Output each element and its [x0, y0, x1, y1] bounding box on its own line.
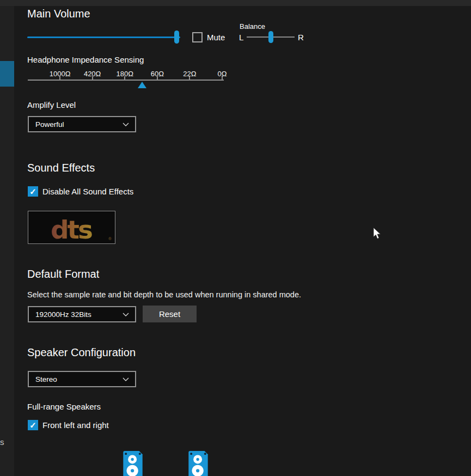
impedance-tick-label: 60Ω: [151, 70, 164, 78]
volume-track[interactable]: [27, 36, 180, 38]
reset-button[interactable]: Reset: [143, 306, 197, 322]
balance-thumb[interactable]: [268, 31, 273, 43]
balance-label: Balance: [240, 22, 265, 30]
registered-trademark-icon: ®: [108, 236, 112, 241]
titlebar-strip: [0, 0, 471, 6]
balance-right-label: R: [298, 33, 304, 42]
impedance-tick-label: 22Ω: [183, 70, 196, 78]
sidebar: [0, 6, 14, 476]
dts-logo-text: dts: [51, 217, 93, 243]
speaker-configuration-title: Speaker Configuration: [27, 346, 136, 359]
impedance-scale: 1000Ω420Ω180Ω60Ω22Ω0Ω: [28, 70, 224, 90]
amplify-level-dropdown[interactable]: Powerful: [28, 116, 136, 132]
default-format-title: Default Format: [27, 268, 99, 280]
front-left-right-checkbox[interactable]: ✓: [28, 420, 38, 430]
amplify-level-label: Amplify Level: [27, 100, 76, 109]
sidebar-selected-indicator: [0, 61, 14, 87]
fullrange-speakers-label: Full-range Speakers: [27, 402, 101, 411]
speaker-configuration-value: Stereo: [35, 375, 57, 383]
mute-checkbox[interactable]: ✓: [192, 32, 203, 42]
default-format-description: Select the sample rate and bit depth to …: [27, 290, 301, 299]
dts-logo: dts ®: [28, 211, 115, 244]
check-icon: ✓: [29, 187, 36, 196]
volume-thumb[interactable]: [174, 30, 179, 44]
speaker-configuration-dropdown[interactable]: Stereo: [28, 371, 136, 387]
default-format-dropdown[interactable]: 192000Hz 32Bits: [28, 306, 136, 322]
balance-left-label: L: [239, 33, 243, 42]
mute-label: Mute: [207, 33, 225, 42]
impedance-marker-icon: [138, 82, 146, 88]
chevron-down-icon: [123, 377, 129, 381]
sound-effects-title: Sound Effects: [27, 162, 95, 174]
impedance-label: Headphone Impedance Sensing: [27, 55, 144, 64]
main-volume-slider[interactable]: [27, 30, 180, 44]
check-icon: ✓: [29, 421, 36, 429]
disable-sound-effects-checkbox[interactable]: ✓: [28, 186, 38, 197]
impedance-tick-label: 180Ω: [116, 70, 133, 78]
main-volume-title: Main Volume: [27, 8, 90, 20]
chevron-down-icon: [123, 123, 129, 126]
impedance-tick-label: 1000Ω: [50, 70, 71, 78]
front-left-right-label: Front left and right: [42, 420, 109, 430]
impedance-tick-label: 0Ω: [217, 70, 227, 78]
audio-settings-panel: s Main Volume ✓ Mute Balance L R Headpho…: [0, 0, 471, 476]
right-speaker-icon[interactable]: [187, 451, 209, 476]
impedance-baseline: [28, 80, 224, 81]
mouse-cursor-icon: [373, 227, 382, 240]
sidebar-text-fragment: s: [0, 437, 5, 447]
impedance-tick-label: 420Ω: [84, 70, 101, 78]
amplify-level-value: Powerful: [35, 120, 64, 129]
left-speaker-icon[interactable]: [122, 451, 144, 476]
chevron-down-icon: [123, 313, 129, 316]
default-format-value: 192000Hz 32Bits: [35, 310, 91, 319]
disable-sound-effects-label: Disable All Sound Effects: [42, 187, 133, 196]
